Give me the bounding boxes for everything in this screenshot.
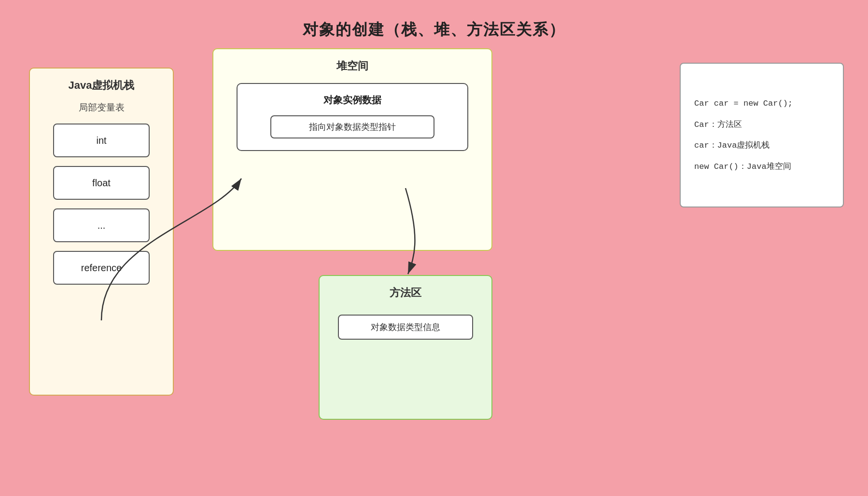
code-line-4: new Car()：Java堆空间 bbox=[694, 161, 829, 173]
code-line-1: Car car = new Car(); bbox=[694, 97, 829, 110]
jvm-stack-panel: Java虚拟机栈 局部变量表 int float ... reference bbox=[29, 68, 174, 396]
stack-item-int: int bbox=[53, 124, 150, 157]
method-type-info-box: 对象数据类型信息 bbox=[338, 315, 473, 340]
method-area-panel: 方法区 对象数据类型信息 bbox=[319, 275, 492, 420]
heap-space-panel: 堆空间 对象实例数据 指向对象数据类型指针 bbox=[212, 48, 492, 251]
method-area-title: 方法区 bbox=[390, 286, 421, 300]
local-var-table-label: 局部变量表 bbox=[40, 101, 163, 114]
pointer-box: 指向对象数据类型指针 bbox=[270, 115, 434, 138]
obj-instance-title: 对象实例数据 bbox=[247, 94, 458, 107]
stack-item-reference: reference bbox=[53, 251, 150, 285]
code-line-2: Car：方法区 bbox=[694, 119, 829, 131]
jvm-stack-title: Java虚拟机栈 bbox=[40, 78, 163, 93]
stack-item-float: float bbox=[53, 166, 150, 200]
obj-instance-box: 对象实例数据 指向对象数据类型指针 bbox=[237, 83, 468, 151]
heap-space-title: 堆空间 bbox=[223, 59, 482, 73]
code-box: Car car = new Car(); Car：方法区 car：Java虚拟机… bbox=[680, 63, 844, 207]
code-line-3: car：Java虚拟机栈 bbox=[694, 139, 829, 152]
page-title: 对象的创建（栈、堆、方法区关系） bbox=[0, 0, 868, 41]
stack-item-ellipsis: ... bbox=[53, 208, 150, 242]
